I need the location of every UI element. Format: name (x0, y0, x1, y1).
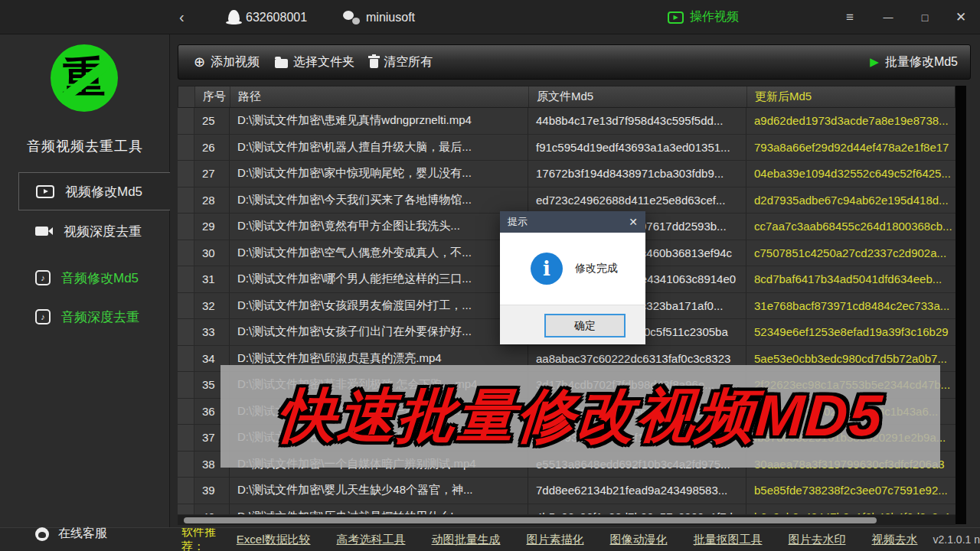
maximize-icon: □ (922, 11, 928, 24)
sidebar-item-0[interactable]: 视频修改Md5 (18, 172, 170, 210)
toolbar: ⊕ 添加视频 选择文件夹 清空所有 ▶ 批量修改Md5 (178, 44, 971, 80)
table-row[interactable]: 39D:\测试文件加密\婴儿天生缺少48个器官，神...7dd8ee62134b… (178, 478, 956, 504)
qq-number: 632608001 (246, 11, 307, 24)
sidebar-item-label: 音频修改Md5 (61, 269, 139, 287)
footer-link[interactable]: Excel数据比较 (237, 533, 311, 547)
close-button[interactable]: ✕ (948, 0, 974, 34)
table-row[interactable]: 28D:\测试文件加密\今天我们买来了各地博物馆...ed723c2496268… (178, 187, 956, 214)
choose-folder-button[interactable]: 选择文件夹 (275, 54, 354, 70)
cell-md5-original: ed723c24962688d411e25e8d63cef... (528, 187, 746, 214)
cell-md5-updated: 52349e6ef1253e8efad19a39f3c16b29 (746, 319, 956, 345)
camera-icon (35, 227, 48, 236)
cell-md5-updated: a9d62ded1973d3acde7a8e19e8738... (746, 108, 956, 134)
cell-md5-updated: 793a8a66ef29d92d44ef478a2e1f8e17 (746, 135, 956, 161)
batch-modify-button[interactable]: ▶ 批量修改Md5 (870, 54, 958, 70)
minimize-button[interactable]: — (875, 0, 901, 34)
cell-md5-original: 7dd8ee62134b21fead9a243498583... (528, 478, 746, 504)
video-screen-icon: ▶ (668, 11, 684, 24)
sidebar-item-3[interactable]: ♪音频深度去重 (18, 298, 170, 336)
back-button[interactable]: ‹ (179, 0, 185, 34)
info-icon: i (531, 253, 563, 285)
footer-link[interactable]: 批量抠图工具 (694, 533, 763, 547)
sidebar: 重 音频视频去重工具 视频修改Md5视频深度去重♪音频修改Md5♪音频深度去重 … (0, 34, 170, 527)
cell-gutter (178, 399, 194, 425)
tutorial-video-label: 操作视频 (690, 9, 739, 25)
sidebar-item-1[interactable]: 视频深度去重 (18, 212, 170, 250)
menu-button[interactable]: ≡ (837, 0, 863, 34)
footer-link[interactable]: 高考选科工具 (337, 533, 406, 547)
promo-banner: 快速批量修改视频MD5 (220, 365, 940, 468)
cell-index: 32 (194, 293, 230, 319)
footer-link[interactable]: 图片去水印 (789, 533, 846, 547)
cell-path: D:\测试文件加密\婴儿天生缺少48个器官，神... (230, 478, 528, 504)
dialog-footer: 确定 (500, 305, 645, 344)
horizontal-scrollbar[interactable] (178, 515, 956, 525)
table-row[interactable]: 26D:\测试文件加密\机器人擅自升级大脑，最后...f91c5954d19ed… (178, 135, 956, 161)
cell-gutter (178, 504, 194, 515)
header-index: 序号 (195, 86, 230, 107)
trash-icon (370, 59, 378, 68)
cell-gutter (178, 293, 194, 319)
cell-path: D:\测试文件加密\今天我们买来了各地博物馆... (230, 187, 528, 214)
sidebar-item-label: 视频修改Md5 (65, 183, 142, 201)
film-icon (36, 185, 54, 198)
qq-contact[interactable]: 632608001 (228, 0, 307, 34)
cell-gutter (178, 240, 194, 266)
music-icon: ♪ (35, 270, 51, 285)
cell-md5-original: 17672b3f194d8438971cba303fdb9... (528, 161, 746, 187)
footer-link[interactable]: 图片素描化 (527, 533, 584, 547)
table-header: 序号 路径 原文件Md5 更新后Md5 (178, 86, 956, 108)
header-md5-original: 原文件Md5 (529, 86, 747, 107)
tutorial-video-button[interactable]: ▶ 操作视频 (668, 0, 739, 34)
minimize-icon: — (884, 11, 893, 23)
cell-index: 26 (194, 135, 230, 161)
cell-md5-updated: b5e85fde738238f2c3ee07c7591e92... (746, 478, 956, 504)
dialog-titlebar[interactable]: 提示 ✕ (500, 211, 645, 233)
cell-md5-updated: 04eba39e1094d32552c649c52f6425... (746, 161, 956, 187)
cell-index: 39 (194, 478, 230, 504)
ok-button[interactable]: 确定 (544, 314, 626, 337)
cell-md5-original: f91c5954d19edf43693a1a3ed01351... (528, 135, 746, 161)
clear-all-button[interactable]: 清空所有 (370, 54, 433, 70)
footer-link[interactable]: 动图批量生成 (432, 533, 501, 547)
customer-service-icon (35, 527, 49, 541)
table-row[interactable]: 27D:\测试文件加密\家中惊现响尾蛇，婴儿没有...17672b3f194d8… (178, 161, 956, 187)
choose-folder-label: 选择文件夹 (293, 54, 354, 70)
cell-gutter (178, 346, 194, 372)
cell-md5-original: 44b8b4c17e13d7f958d43c595f5dd... (528, 108, 746, 134)
qq-penguin-icon (228, 10, 240, 24)
footer-link[interactable]: 视频去水 (872, 533, 918, 547)
sidebar-item-support[interactable]: 在线客服 (35, 526, 107, 542)
cell-path: D:\测试文件加密\哪个男人能拒绝这样的三口... (230, 266, 528, 292)
cell-gutter (178, 161, 194, 187)
sidebar-item-label: 视频深度去重 (64, 223, 142, 240)
header-path: 路径 (230, 86, 529, 107)
cell-index: 28 (194, 187, 230, 214)
footer: 软件推荐： Excel数据比较高考选科工具动图批量生成图片素描化图像动漫化批量抠… (0, 527, 980, 551)
header-gutter (178, 86, 195, 107)
hamburger-icon: ≡ (846, 10, 854, 25)
cell-gutter (178, 187, 194, 214)
file-table: 序号 路径 原文件Md5 更新后Md5 25D:\测试文件加密\患难见真情wdn… (178, 86, 956, 108)
table-row[interactable]: 40D:\测试文件加密\历史过就是摆拍的用什么!...4b5a02c96f1e8… (178, 504, 956, 515)
cell-gutter (178, 425, 194, 451)
dialog-close-icon[interactable]: ✕ (629, 216, 638, 228)
cell-md5-updated: cc7aa7c3aab68455c264d1800368cb... (746, 214, 956, 240)
cell-gutter (178, 214, 194, 240)
close-icon: ✕ (956, 9, 966, 25)
cell-index: 31 (194, 266, 230, 292)
maximize-button[interactable]: □ (912, 0, 938, 34)
vertical-scrollbar[interactable] (956, 86, 966, 524)
sidebar-item-label: 音频深度去重 (61, 308, 139, 326)
table-row[interactable]: 25D:\测试文件加密\患难见真情wdngprznelti.mp444b8b4c… (178, 108, 956, 135)
sidebar-item-2[interactable]: ♪音频修改Md5 (18, 259, 170, 297)
add-video-label: 添加视频 (211, 54, 260, 70)
wechat-contact[interactable]: miniusoft (343, 0, 415, 34)
horizontal-scrollbar-thumb[interactable] (184, 517, 877, 523)
footer-recommend-label: 软件推荐： (181, 527, 217, 551)
clear-all-label: 清空所有 (384, 54, 433, 70)
dialog-message: 修改完成 (575, 262, 618, 276)
add-video-button[interactable]: ⊕ 添加视频 (194, 54, 260, 70)
footer-link[interactable]: 图像动漫化 (610, 533, 668, 547)
plus-circle-icon: ⊕ (194, 54, 205, 70)
